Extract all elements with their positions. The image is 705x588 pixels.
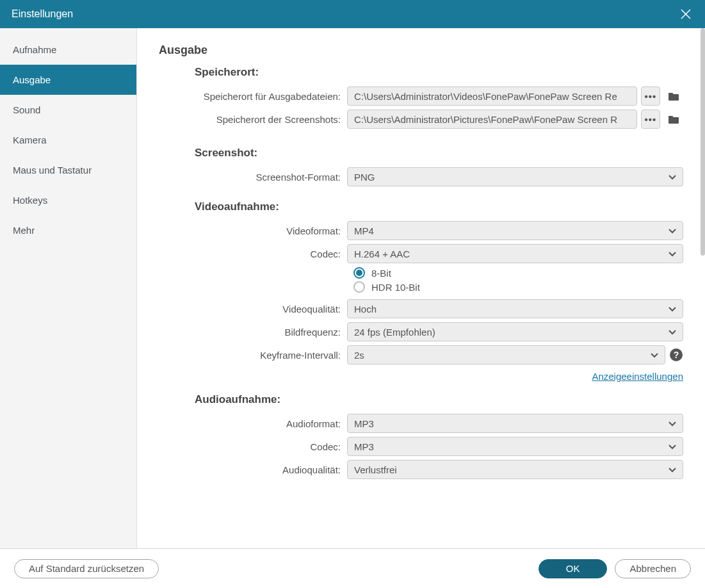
chevron-down-icon [667, 441, 677, 452]
output-path-field[interactable]: C:\Users\Administrator\Videos\FonePaw\Fo… [347, 86, 637, 106]
label-fps: Bildfrequenz: [159, 327, 347, 338]
label-audio-format: Audioformat: [159, 418, 347, 429]
radio-hdr[interactable]: HDR 10-Bit [353, 281, 683, 293]
sidebar-item-aufnahme[interactable]: Aufnahme [0, 35, 136, 65]
window-title: Einstellungen [12, 8, 73, 20]
chevron-down-icon [667, 225, 677, 236]
label-keyframe: Keyframe-Intervall: [159, 350, 347, 361]
page-title: Ausgabe [159, 44, 683, 57]
audio-quality-value: Verlustfrei [354, 464, 397, 475]
label-audio-quality: Audioqualität: [159, 464, 347, 475]
scrollbar[interactable] [701, 28, 705, 256]
keyframe-value: 2s [354, 350, 364, 361]
section-title-screenshot: Screenshot: [195, 147, 683, 159]
sidebar-item-kamera[interactable]: Kamera [0, 125, 136, 155]
chevron-down-icon [649, 350, 660, 360]
radio-hdr-label: HDR 10-Bit [371, 282, 420, 293]
sidebar-item-label: Kamera [13, 135, 47, 145]
sidebar-item-sound[interactable]: Sound [0, 95, 136, 125]
audio-codec-select[interactable]: MP3 [347, 437, 683, 456]
video-format-value: MP4 [354, 225, 374, 236]
video-quality-value: Hoch [354, 304, 377, 314]
radio-icon [353, 281, 365, 293]
ellipsis-icon: ••• [645, 91, 657, 102]
sidebar-item-label: Mehr [13, 225, 35, 236]
footer: Auf Standard zurücksetzen OK Abbrechen [0, 548, 705, 588]
label-video-format: Videoformat: [159, 225, 347, 236]
chevron-down-icon [667, 327, 677, 337]
sidebar-item-ausgabe[interactable]: Ausgabe [0, 65, 136, 95]
radio-icon [353, 267, 365, 279]
titlebar: Einstellungen [0, 0, 705, 28]
close-icon [680, 8, 692, 20]
screenshot-path-open-folder[interactable] [664, 110, 683, 129]
sidebar-item-mehr[interactable]: Mehr [0, 215, 136, 245]
chevron-down-icon [667, 304, 677, 314]
cancel-button[interactable]: Abbrechen [615, 559, 691, 578]
display-settings-link[interactable]: Anzeigeeinstellungen [592, 371, 683, 382]
ellipsis-icon: ••• [645, 114, 657, 125]
video-codec-value: H.264 + AAC [354, 249, 410, 259]
label-audio-codec: Codec: [159, 441, 347, 452]
reset-defaults-label: Auf Standard zurücksetzen [29, 563, 144, 574]
sidebar-item-hotkeys[interactable]: Hotkeys [0, 185, 136, 215]
chevron-down-icon [667, 249, 677, 259]
help-icon: ? [669, 348, 683, 362]
main-panel: Ausgabe Speicherort: Speicherort für Aus… [137, 28, 705, 548]
sidebar-item-label: Aufnahme [13, 44, 56, 55]
label-output-path: Speicherort für Ausgabedateien: [159, 91, 347, 102]
sidebar-item-label: Hotkeys [13, 195, 47, 206]
sidebar: Aufnahme Ausgabe Sound Kamera Maus und T… [0, 28, 137, 548]
keyframe-help-button[interactable]: ? [669, 348, 683, 362]
video-codec-select[interactable]: H.264 + AAC [347, 244, 683, 263]
chevron-down-icon [667, 418, 677, 429]
screenshot-path-more-button[interactable]: ••• [641, 110, 660, 129]
audio-format-value: MP3 [354, 418, 374, 429]
label-video-codec: Codec: [159, 249, 347, 259]
sidebar-item-label: Sound [13, 104, 40, 115]
screenshot-format-value: PNG [354, 172, 375, 183]
sidebar-item-label: Maus und Tastatur [13, 165, 92, 176]
section-title-storage: Speicherort: [195, 66, 683, 79]
output-path-open-folder[interactable] [664, 86, 683, 106]
close-button[interactable] [678, 6, 693, 22]
chevron-down-icon [667, 172, 677, 182]
ok-label: OK [566, 563, 580, 574]
chevron-down-icon [667, 464, 677, 475]
sidebar-item-maus-tastatur[interactable]: Maus und Tastatur [0, 155, 136, 185]
sidebar-item-label: Ausgabe [13, 74, 51, 85]
label-screenshot-format: Screenshot-Format: [159, 172, 347, 183]
folder-icon [667, 113, 680, 126]
output-path-more-button[interactable]: ••• [641, 86, 660, 106]
reset-defaults-button[interactable]: Auf Standard zurücksetzen [14, 559, 159, 578]
radio-8bit[interactable]: 8-Bit [353, 267, 683, 279]
audio-format-select[interactable]: MP3 [347, 414, 683, 433]
radio-8bit-label: 8-Bit [371, 268, 391, 279]
video-format-select[interactable]: MP4 [347, 221, 683, 240]
label-video-quality: Videoqualität: [159, 304, 347, 314]
folder-icon [667, 90, 680, 102]
video-quality-select[interactable]: Hoch [347, 299, 683, 318]
ok-button[interactable]: OK [539, 559, 608, 578]
screenshot-path-field[interactable]: C:\Users\Administrator\Pictures\FonePaw\… [347, 110, 637, 129]
keyframe-select[interactable]: 2s [347, 345, 665, 364]
audio-codec-value: MP3 [354, 441, 374, 452]
screenshot-format-select[interactable]: PNG [347, 167, 683, 186]
label-screenshot-path: Speicherort der Screenshots: [159, 114, 347, 125]
fps-select[interactable]: 24 fps (Empfohlen) [347, 322, 683, 341]
cancel-label: Abbrechen [629, 563, 676, 574]
svg-text:?: ? [674, 350, 679, 360]
section-title-video: Videoaufnahme: [195, 200, 683, 213]
fps-value: 24 fps (Empfohlen) [354, 327, 435, 338]
audio-quality-select[interactable]: Verlustfrei [347, 460, 683, 479]
section-title-audio: Audioaufnahme: [195, 393, 683, 406]
